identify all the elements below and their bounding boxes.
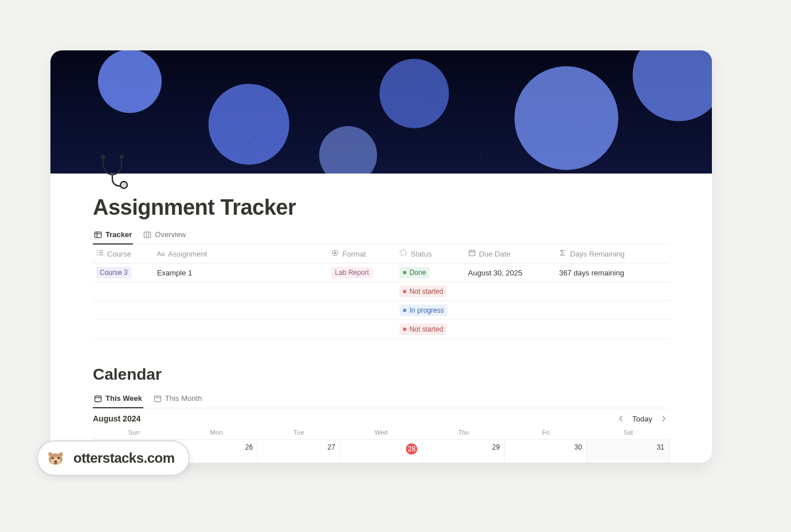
svg-rect-17 bbox=[403, 249, 404, 251]
calendar-date: 29 bbox=[492, 443, 499, 451]
calendar-today-button[interactable]: Today bbox=[632, 415, 652, 423]
svg-rect-23 bbox=[405, 250, 406, 251]
tab-this-week[interactable]: This Week bbox=[93, 391, 143, 408]
svg-rect-21 bbox=[401, 250, 402, 252]
col-due-label[interactable]: Due Date bbox=[479, 250, 511, 258]
tag-red: Not started bbox=[400, 324, 447, 335]
calendar-weekday: Wed bbox=[340, 427, 422, 439]
calendar-date: 31 bbox=[657, 443, 664, 451]
tab-tracker[interactable]: Tracker bbox=[93, 227, 133, 245]
cell-format[interactable] bbox=[328, 282, 396, 301]
calendar-cell[interactable]: 31 bbox=[587, 440, 669, 463]
col-days-label[interactable]: Days Remaining bbox=[570, 250, 624, 258]
calendar-weekday: Sun bbox=[93, 427, 175, 439]
calendar-cell[interactable]: 29 bbox=[422, 440, 505, 463]
cell-days[interactable]: 367 days remaining bbox=[555, 263, 669, 282]
cell-due[interactable] bbox=[465, 301, 556, 320]
calendar-weekday: Tue bbox=[257, 427, 340, 439]
list-icon bbox=[96, 249, 104, 258]
cover-image bbox=[50, 50, 712, 174]
tab-overview[interactable]: Overview bbox=[142, 227, 187, 245]
calendar-weekday: Sat bbox=[587, 427, 669, 439]
svg-point-36 bbox=[59, 452, 63, 456]
cell-course[interactable]: Course 3 bbox=[93, 263, 154, 282]
col-format-label[interactable]: Format bbox=[342, 250, 366, 258]
calendar-cell[interactable]: 28 bbox=[340, 440, 423, 463]
tab-this-month-label: This Month bbox=[165, 394, 202, 403]
cell-format[interactable] bbox=[328, 320, 396, 339]
svg-point-39 bbox=[54, 460, 57, 462]
calendar-icon bbox=[94, 395, 102, 403]
calendar-date: 27 bbox=[327, 443, 335, 451]
tag-pink: Lab Report bbox=[331, 267, 372, 278]
cell-format[interactable]: Lab Report bbox=[328, 263, 396, 282]
cell-status[interactable]: In progress bbox=[396, 301, 464, 320]
svg-point-10 bbox=[97, 253, 98, 254]
calendar-date: 28 bbox=[406, 443, 417, 455]
watermark-pill[interactable]: otterstacks.com bbox=[37, 440, 190, 476]
svg-point-37 bbox=[52, 457, 53, 459]
svg-rect-6 bbox=[144, 232, 151, 238]
cell-assignment[interactable] bbox=[154, 301, 328, 320]
cell-course[interactable] bbox=[93, 320, 154, 339]
svg-rect-18 bbox=[403, 255, 404, 257]
table-row[interactable]: Not started bbox=[93, 320, 669, 339]
calendar-icon bbox=[154, 395, 162, 403]
col-assignment-label[interactable]: Assignment bbox=[168, 250, 207, 258]
svg-point-1 bbox=[102, 156, 105, 159]
svg-rect-25 bbox=[469, 250, 475, 255]
tag-green: Done bbox=[400, 267, 429, 278]
table-icon bbox=[94, 231, 102, 239]
calendar-weekday: Fri bbox=[505, 427, 588, 439]
svg-rect-12 bbox=[99, 250, 103, 251]
tracker-table: Course Aa Assignment Fo bbox=[93, 245, 669, 339]
cell-due[interactable]: August 30, 2025 bbox=[465, 263, 556, 282]
cell-assignment[interactable] bbox=[154, 320, 328, 339]
text-icon: Aa bbox=[157, 250, 165, 257]
cell-course[interactable] bbox=[93, 301, 154, 320]
stethoscope-icon bbox=[95, 153, 132, 190]
svg-point-9 bbox=[97, 250, 98, 251]
svg-point-35 bbox=[48, 452, 52, 456]
svg-point-2 bbox=[120, 156, 123, 159]
cell-status[interactable]: Not started bbox=[396, 282, 464, 301]
cell-format[interactable] bbox=[328, 301, 396, 320]
svg-rect-19 bbox=[400, 253, 401, 253]
calendar-next[interactable] bbox=[658, 414, 669, 423]
svg-rect-22 bbox=[405, 254, 407, 255]
calendar-prev[interactable] bbox=[615, 414, 626, 423]
calendar-title: Calendar bbox=[93, 365, 669, 384]
cell-days[interactable] bbox=[555, 301, 669, 320]
calendar-cell[interactable]: 27 bbox=[258, 440, 340, 463]
table-row[interactable]: Not started bbox=[93, 282, 669, 301]
cell-assignment[interactable]: Example 1 bbox=[154, 263, 328, 282]
cell-status[interactable]: Not started bbox=[396, 320, 464, 339]
svg-point-16 bbox=[334, 252, 336, 254]
tracker-tabs: Tracker Overview bbox=[93, 227, 669, 245]
table-row[interactable]: Course 3Example 1Lab ReportDoneAugust 30… bbox=[93, 263, 669, 282]
table-row[interactable]: In progress bbox=[93, 301, 669, 320]
cell-days[interactable] bbox=[555, 282, 669, 301]
otter-icon bbox=[46, 448, 65, 468]
calendar-tabs: This Week This Month bbox=[93, 391, 669, 408]
cell-assignment[interactable] bbox=[154, 282, 328, 301]
col-course-label[interactable]: Course bbox=[107, 250, 131, 258]
calendar-icon bbox=[468, 249, 476, 258]
col-status-label[interactable]: Status bbox=[410, 250, 432, 258]
tag-red: Not started bbox=[400, 286, 447, 297]
cell-days[interactable] bbox=[555, 320, 669, 339]
tab-this-week-label: This Week bbox=[105, 394, 142, 403]
tag-blue: In progress bbox=[400, 305, 447, 316]
cell-course[interactable] bbox=[93, 282, 154, 301]
tab-this-month[interactable]: This Month bbox=[152, 391, 203, 408]
page-icon-stethoscope[interactable] bbox=[93, 151, 134, 192]
calendar-cell[interactable]: 30 bbox=[505, 440, 588, 463]
svg-rect-20 bbox=[406, 253, 408, 253]
svg-rect-14 bbox=[99, 255, 103, 255]
cell-due[interactable] bbox=[465, 282, 556, 301]
cell-due[interactable] bbox=[465, 320, 556, 339]
cell-status[interactable]: Done bbox=[396, 263, 464, 282]
calendar-date: 30 bbox=[574, 443, 582, 451]
calendar-month-label: August 2024 bbox=[93, 414, 140, 423]
calendar-date: 26 bbox=[245, 443, 253, 451]
